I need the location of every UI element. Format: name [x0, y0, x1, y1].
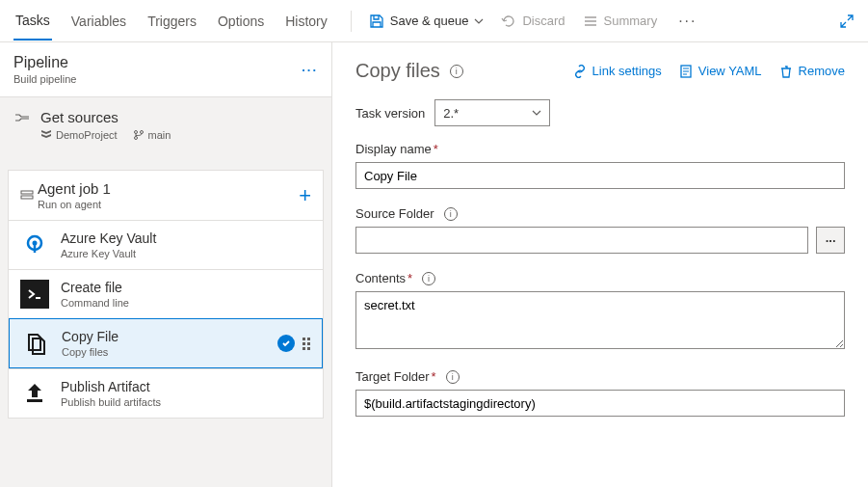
- key-vault-icon: [20, 230, 49, 259]
- sources-icon: [13, 112, 31, 123]
- pane-title: Copy files: [355, 60, 440, 82]
- publish-artifact-icon: [20, 379, 49, 408]
- svg-point-6: [33, 241, 38, 246]
- expand-button[interactable]: [839, 14, 855, 29]
- svg-point-1: [140, 131, 143, 134]
- target-folder-input[interactable]: [355, 390, 845, 417]
- task-version-label: Task version: [355, 106, 425, 121]
- chevron-down-icon: [474, 16, 484, 26]
- get-sources-title: Get sources: [40, 109, 171, 125]
- pipeline-subtitle: Build pipeline: [13, 73, 76, 85]
- copy-files-icon: [21, 329, 50, 358]
- tab-tasks[interactable]: Tasks: [13, 2, 52, 41]
- trash-icon: [779, 65, 793, 78]
- save-and-queue-button[interactable]: Save & queue: [369, 14, 485, 29]
- drag-handle-icon[interactable]: [302, 338, 310, 350]
- toolbar-more-button[interactable]: ···: [674, 9, 700, 34]
- contents-label: Contents*: [355, 271, 412, 285]
- repo-icon: [40, 129, 52, 141]
- svg-rect-7: [27, 399, 42, 402]
- target-folder-label: Target Folder*: [355, 369, 436, 384]
- tab-triggers[interactable]: Triggers: [145, 3, 198, 40]
- contents-textarea[interactable]: [355, 291, 845, 349]
- svg-point-0: [134, 131, 137, 134]
- toolbar-divider: [351, 11, 352, 32]
- svg-rect-4: [21, 196, 33, 199]
- task-row-create-file[interactable]: Create file Command line: [9, 269, 323, 318]
- job-icon: [20, 189, 34, 203]
- task-title: Azure Key Vault: [61, 230, 156, 246]
- branch-icon: [133, 129, 145, 141]
- info-icon[interactable]: i: [450, 65, 463, 78]
- sources-project: DemoProject: [56, 129, 118, 141]
- info-icon[interactable]: i: [444, 207, 458, 221]
- source-folder-input[interactable]: [355, 227, 808, 254]
- tab-options[interactable]: Options: [216, 3, 266, 40]
- pipeline-title: Pipeline: [13, 54, 76, 71]
- sources-branch: main: [148, 129, 171, 141]
- source-folder-label: Source Folder: [355, 206, 434, 221]
- tab-variables[interactable]: Variables: [69, 3, 128, 40]
- agent-job-subtitle: Run on agent: [38, 199, 111, 210]
- left-panel: Pipeline Build pipeline ··· Get sources …: [0, 42, 332, 487]
- info-icon[interactable]: i: [422, 272, 435, 285]
- top-bar: Tasks Variables Triggers Options History…: [0, 0, 868, 42]
- save-icon: [369, 14, 384, 29]
- task-subtitle: Azure Key Vault: [61, 248, 156, 259]
- undo-icon: [501, 14, 516, 29]
- save-label: Save & queue: [390, 14, 469, 28]
- summary-icon: [583, 14, 598, 29]
- svg-rect-3: [21, 191, 33, 194]
- task-row-copy-file[interactable]: Copy File Copy files: [9, 318, 323, 368]
- agent-job-header[interactable]: Agent job 1 Run on agent +: [9, 171, 323, 220]
- chevron-down-icon: [532, 108, 541, 118]
- task-row-publish-artifact[interactable]: Publish Artifact Publish build artifacts: [9, 368, 323, 418]
- get-sources-row[interactable]: Get sources DemoProject main: [0, 97, 331, 152]
- discard-label: Discard: [522, 14, 565, 28]
- info-icon[interactable]: i: [446, 370, 460, 384]
- task-title: Publish Artifact: [61, 379, 161, 394]
- discard-button[interactable]: Discard: [501, 14, 565, 29]
- task-subtitle: Copy files: [62, 346, 118, 358]
- svg-point-2: [134, 137, 137, 140]
- remove-button[interactable]: Remove: [779, 64, 845, 78]
- task-subtitle: Publish build artifacts: [61, 396, 161, 408]
- task-subtitle: Command line: [61, 297, 129, 309]
- pipeline-header[interactable]: Pipeline Build pipeline ···: [0, 42, 331, 97]
- view-yaml-button[interactable]: View YAML: [679, 64, 762, 78]
- tab-history[interactable]: History: [283, 3, 329, 40]
- agent-job-card: Agent job 1 Run on agent + Azure Key Vau…: [8, 170, 324, 419]
- link-settings-button[interactable]: Link settings: [573, 64, 662, 78]
- summary-label: Summary: [604, 14, 658, 28]
- add-task-button[interactable]: +: [299, 185, 311, 206]
- display-name-label: Display name*: [355, 142, 438, 156]
- agent-job-title: Agent job 1: [38, 180, 111, 197]
- task-row-azure-key-vault[interactable]: Azure Key Vault Azure Key Vault: [9, 220, 323, 269]
- expand-icon: [839, 14, 855, 29]
- summary-button[interactable]: Summary: [583, 14, 658, 29]
- task-title: Create file: [61, 280, 129, 295]
- command-line-icon: [20, 280, 49, 309]
- task-title: Copy File: [62, 329, 118, 344]
- status-ok-icon: [277, 335, 295, 352]
- task-version-select[interactable]: 2.*: [434, 99, 550, 126]
- pipeline-more-button[interactable]: ···: [302, 63, 318, 77]
- task-details-pane: Copy files i Link settings View YAML Rem…: [332, 42, 868, 487]
- yaml-icon: [679, 65, 693, 78]
- link-icon: [573, 65, 587, 78]
- display-name-input[interactable]: [355, 162, 845, 189]
- browse-button[interactable]: ···: [816, 227, 845, 254]
